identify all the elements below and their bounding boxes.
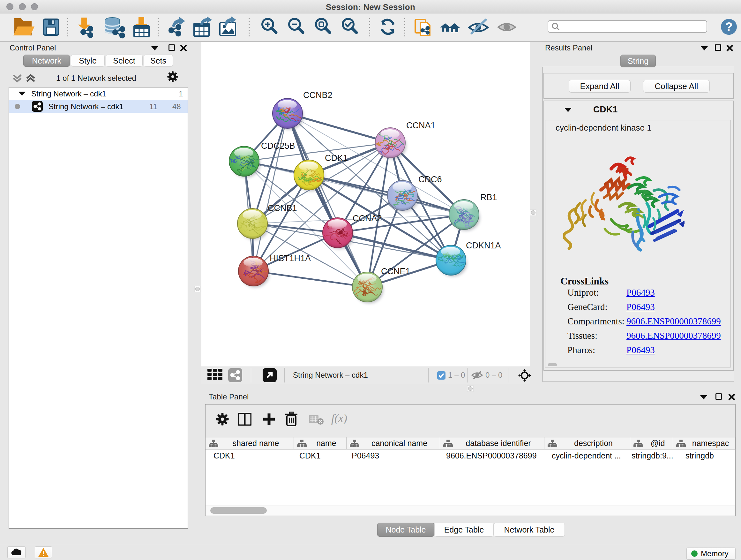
svg-text:CDK1: CDK1 [325,153,348,163]
svg-text:CCNA1: CCNA1 [406,121,435,130]
svg-text:CCNE1: CCNE1 [381,266,410,276]
svg-text:CCNB1: CCNB1 [268,203,297,213]
svg-text:CDKN1A: CDKN1A [466,241,501,250]
svg-text:CDC25B: CDC25B [261,141,295,151]
svg-text:HIST1H1A: HIST1H1A [270,253,311,263]
svg-text:CCNA2: CCNA2 [353,213,382,223]
svg-text:CDC6: CDC6 [418,175,442,184]
svg-text:?: ? [725,20,732,34]
svg-text:RB1: RB1 [480,192,497,202]
svg-text:CCNB2: CCNB2 [303,90,333,100]
